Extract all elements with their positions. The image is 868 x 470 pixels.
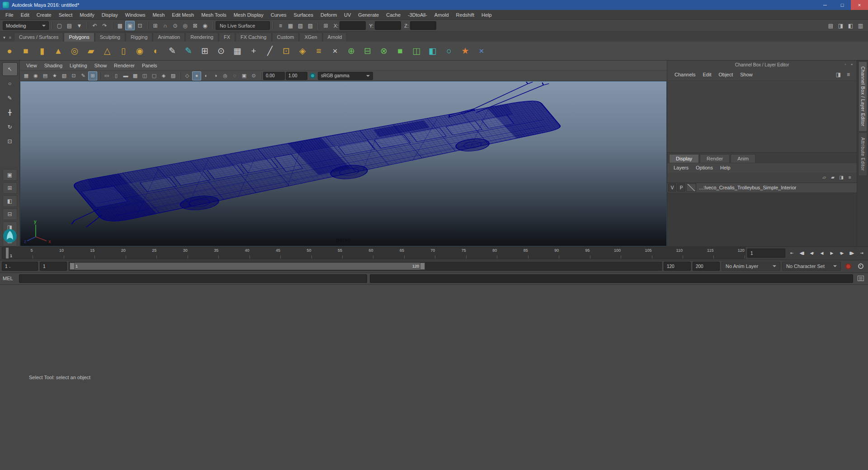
bevel[interactable]: ◈ <box>295 43 310 59</box>
field-chart-icon[interactable]: ▩ <box>131 71 140 80</box>
shelf-tab-menu-icon[interactable]: ▼ <box>1 34 7 42</box>
anim-layer-dropdown[interactable]: No Anim Layer <box>722 262 780 271</box>
safe-action-icon[interactable]: ◫ <box>140 71 149 80</box>
viewport-menu-item[interactable]: Panels <box>138 61 161 70</box>
shelf-tab[interactable]: FX Caching <box>236 33 271 42</box>
grease-pencil-icon[interactable]: ✎ <box>79 71 88 80</box>
play-forwards-button[interactable]: ▶ <box>827 249 836 258</box>
select-hierarchy-icon[interactable]: ▩ <box>115 21 125 30</box>
snap-to-curve-icon[interactable]: ∩ <box>160 21 170 30</box>
undo-icon[interactable]: ↶ <box>90 21 99 30</box>
symmetry-toggle[interactable]: × <box>474 43 489 59</box>
menu-item[interactable]: Help <box>478 10 495 19</box>
menu-item[interactable]: Edit <box>17 10 33 19</box>
layout-persp-outliner[interactable]: ◧ <box>3 195 17 207</box>
shadows-icon[interactable]: ◑ <box>211 71 220 80</box>
layout-four-view[interactable]: ⊞ <box>3 182 17 194</box>
x-coordinate-input[interactable] <box>340 21 366 30</box>
film-gate-icon[interactable]: ▭ <box>102 71 111 80</box>
viewport-menu-item[interactable]: Renderer <box>110 61 138 70</box>
subdiv-proxy[interactable]: ◐ <box>148 43 164 59</box>
construction-history-icon[interactable]: ≡ <box>276 21 285 30</box>
go-to-end-button[interactable]: ⇥ <box>857 249 866 258</box>
command-language-toggle[interactable]: MEL <box>3 276 16 281</box>
isolate-select-icon[interactable]: ⊙ <box>249 71 258 80</box>
new-scene-icon[interactable]: ▢ <box>55 21 64 30</box>
script-editor-button[interactable] <box>856 274 865 283</box>
safe-title-icon[interactable]: ▢ <box>150 71 159 80</box>
select-object-icon[interactable]: ▣ <box>125 21 135 30</box>
layer-editor-menu-item[interactable]: Options <box>692 165 717 170</box>
lasso-select-tool[interactable]: ○ <box>2 77 18 90</box>
viewport-menu-item[interactable]: Shading <box>41 61 66 70</box>
menu-item[interactable]: Windows <box>122 10 149 19</box>
step-back-frame-button[interactable]: ◀▮ <box>797 249 807 258</box>
mirror-geometry[interactable]: ◧ <box>425 43 440 59</box>
pin-panel-icon[interactable]: ▫ <box>842 61 849 68</box>
separate[interactable]: ◫ <box>409 43 424 59</box>
delete-edge[interactable]: × <box>327 43 343 59</box>
camera-attributes-icon[interactable]: ▤ <box>41 71 50 80</box>
multisample-icon[interactable]: ▣ <box>240 71 249 80</box>
channel-box-toggle-icon[interactable]: ▥ <box>856 21 865 30</box>
poly-pipe[interactable]: ▯ <box>116 43 131 59</box>
channelbox-menu-item[interactable]: Show <box>736 72 756 77</box>
channelbox-menu-item[interactable]: Channels <box>671 72 699 77</box>
minimize-button[interactable]: ─ <box>816 0 834 10</box>
combine[interactable]: ■ <box>392 43 408 59</box>
append-polygon-tool[interactable]: + <box>246 43 261 59</box>
channelbox-menu-item[interactable]: Object <box>715 72 736 77</box>
tool-settings-toggle-icon[interactable]: ◧ <box>846 21 855 30</box>
shelf-tab[interactable]: Rendering <box>185 33 218 42</box>
menu-item[interactable]: Mesh Tools <box>198 10 230 19</box>
viewport-canvas[interactable]: y x z persp <box>20 81 667 246</box>
gate-mask-icon[interactable]: ▬ <box>121 71 130 80</box>
menu-item[interactable]: Create <box>33 10 55 19</box>
layout-persp-graph[interactable]: ⊟ <box>3 208 17 220</box>
platonic-solid[interactable]: ★ <box>458 43 473 59</box>
add-divisions[interactable]: ▦ <box>230 43 245 59</box>
resolution-gate-icon[interactable]: ▯ <box>112 71 121 80</box>
menu-item[interactable]: UV <box>340 10 354 19</box>
poly-pyramid[interactable]: △ <box>99 43 115 59</box>
shelf-tab[interactable]: XGen <box>299 33 322 42</box>
new-empty-layer-icon[interactable]: ◨ <box>837 174 845 182</box>
shelf-tab[interactable]: FX <box>219 33 235 42</box>
shelf-tab[interactable]: Animation <box>153 33 185 42</box>
save-scene-icon[interactable]: ▼ <box>75 21 84 30</box>
step-back-key-button[interactable]: ◀• <box>807 249 816 258</box>
viewport-menu-item[interactable]: Show <box>91 61 111 70</box>
z-coordinate-input[interactable] <box>410 21 436 30</box>
menu-item[interactable]: Mesh <box>149 10 168 19</box>
gamma-field[interactable]: 1.00 <box>286 72 307 80</box>
use-all-lights-icon[interactable]: ◐ <box>202 71 211 80</box>
live-surface-field[interactable]: No Live Surface <box>216 21 270 30</box>
range-slider-bar[interactable]: 1 120 <box>70 263 425 270</box>
snap-to-view-plane-icon[interactable]: ⊠ <box>190 21 200 30</box>
boolean-intersection[interactable]: ⊗ <box>376 43 392 59</box>
menu-item[interactable]: Generate <box>354 10 382 19</box>
toolbox-collapse-button[interactable]: - <box>3 264 17 269</box>
current-frame-marker[interactable] <box>6 248 9 258</box>
auto-keyframe-button[interactable] <box>843 261 854 271</box>
layer-visibility-toggle[interactable]: V <box>668 183 676 192</box>
layer-editor-tab[interactable]: Render <box>700 154 730 163</box>
screen-space-ao-icon[interactable]: ◎ <box>221 71 230 80</box>
channelbox-menu-item[interactable]: Edit <box>699 72 715 77</box>
viewport-menu-item[interactable]: Lighting <box>66 61 91 70</box>
layer-color-swatch[interactable] <box>686 183 696 192</box>
wireframe-icon[interactable]: ◇ <box>183 71 192 80</box>
shelf-tab[interactable]: Polygons <box>64 33 94 42</box>
select-tool[interactable]: ↖ <box>2 62 18 76</box>
poly-cone[interactable]: ▲ <box>51 43 66 59</box>
menu-item[interactable]: Arnold <box>431 10 453 19</box>
select-camera-icon[interactable]: ▦ <box>22 71 31 80</box>
playback-start-field[interactable]: 1 <box>40 262 67 271</box>
layer-editor-menu-item[interactable]: Help <box>717 165 734 170</box>
poly-torus[interactable]: ◎ <box>67 43 82 59</box>
play-backwards-button[interactable]: ◀ <box>817 249 826 258</box>
spherical-map[interactable]: ⊙ <box>213 43 229 59</box>
rotate-tool[interactable]: ↻ <box>2 120 18 134</box>
render-current-frame-icon[interactable]: ▦ <box>286 21 295 30</box>
layer-editor-tab[interactable]: Anim <box>731 154 755 163</box>
